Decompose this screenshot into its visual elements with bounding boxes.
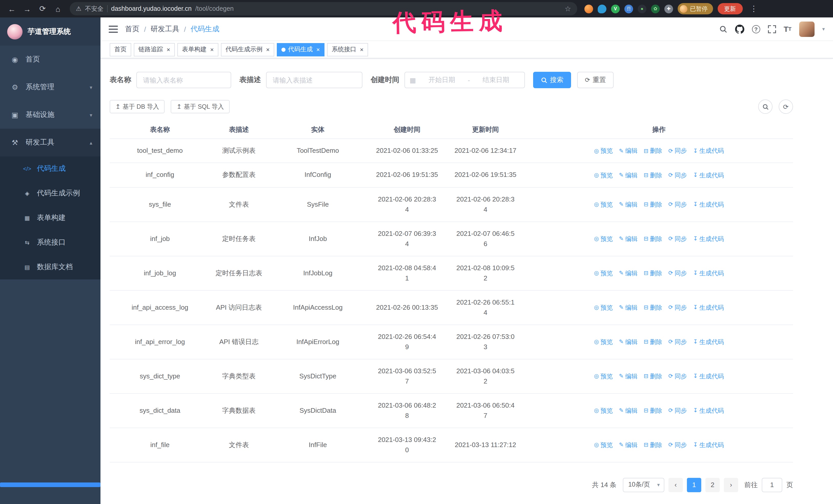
search-icon[interactable] bbox=[719, 25, 727, 33]
extension-dark-icon[interactable]: ● bbox=[638, 4, 646, 13]
sidebar-item-home[interactable]: ◉首页 bbox=[0, 46, 100, 73]
tab-tracer[interactable]: 链路追踪× bbox=[134, 43, 175, 56]
row-action-sync[interactable]: ⟳同步 bbox=[668, 170, 687, 180]
row-action-generate[interactable]: ↧生成代码 bbox=[693, 268, 724, 279]
row-action-delete[interactable]: ⊟删除 bbox=[644, 199, 662, 210]
row-action-edit[interactable]: ✎编辑 bbox=[619, 234, 638, 244]
row-action-sync[interactable]: ⟳同步 bbox=[668, 146, 687, 156]
page-button-1[interactable]: 1 bbox=[687, 478, 701, 492]
table-desc-input[interactable] bbox=[266, 72, 362, 88]
extension-fox-icon[interactable] bbox=[585, 4, 593, 13]
table-name-input[interactable] bbox=[136, 72, 231, 88]
close-icon[interactable]: × bbox=[360, 46, 363, 53]
sidebar-subitem-codegen-demo[interactable]: ◈代码生成示例 bbox=[0, 181, 100, 206]
extension-drop-icon[interactable] bbox=[598, 4, 606, 13]
row-action-preview[interactable]: ◎预览 bbox=[594, 234, 613, 244]
tab-api[interactable]: 系统接口× bbox=[327, 43, 368, 56]
row-action-sync[interactable]: ⟳同步 bbox=[668, 371, 687, 381]
row-action-generate[interactable]: ↧生成代码 bbox=[693, 170, 724, 180]
browser-refresh-icon[interactable]: ⟳ bbox=[36, 2, 49, 16]
user-avatar[interactable] bbox=[799, 21, 814, 37]
breadcrumb-item[interactable]: 首页 bbox=[125, 24, 139, 33]
sidebar-subitem-db-doc[interactable]: ▤数据库文档 bbox=[0, 255, 100, 280]
create-time-range-picker[interactable]: ▦ 开始日期 - 结束日期 bbox=[404, 72, 525, 88]
page-button-2[interactable]: 2 bbox=[705, 478, 720, 492]
row-action-delete[interactable]: ⊟删除 bbox=[644, 170, 662, 180]
extension-leaf-icon[interactable]: ✿ bbox=[651, 4, 660, 13]
avatar-caret-icon[interactable]: ▾ bbox=[822, 26, 825, 32]
row-action-preview[interactable]: ◎预览 bbox=[594, 170, 613, 180]
tab-codegen-demo[interactable]: 代码生成示例× bbox=[221, 43, 274, 56]
row-action-sync[interactable]: ⟳同步 bbox=[668, 268, 687, 279]
row-action-sync[interactable]: ⟳同步 bbox=[668, 303, 687, 313]
breadcrumb-item[interactable]: 研发工具 bbox=[151, 24, 180, 33]
reset-button[interactable]: ⟳ 重置 bbox=[577, 72, 614, 88]
row-action-generate[interactable]: ↧生成代码 bbox=[693, 303, 724, 313]
tab-codegen[interactable]: 代码生成× bbox=[277, 43, 325, 56]
row-action-generate[interactable]: ↧生成代码 bbox=[693, 406, 724, 416]
row-action-delete[interactable]: ⊟删除 bbox=[644, 337, 662, 347]
refresh-table-button[interactable]: ⟳ bbox=[779, 99, 793, 114]
page-size-select[interactable]: 10条/页 ▾ bbox=[623, 478, 664, 492]
row-action-edit[interactable]: ✎编辑 bbox=[619, 406, 638, 416]
sidebar-item-infrastructure[interactable]: ▣基础设施▾ bbox=[0, 101, 100, 129]
close-icon[interactable]: × bbox=[210, 46, 214, 53]
bookmark-star-icon[interactable]: ☆ bbox=[565, 5, 571, 13]
row-action-edit[interactable]: ✎编辑 bbox=[619, 146, 638, 156]
row-action-preview[interactable]: ◎预览 bbox=[594, 371, 613, 381]
row-action-delete[interactable]: ⊟删除 bbox=[644, 234, 662, 244]
import-db-button[interactable]: ↥ 基于 DB 导入 bbox=[110, 100, 165, 113]
row-action-generate[interactable]: ↧生成代码 bbox=[693, 371, 724, 381]
row-action-edit[interactable]: ✎编辑 bbox=[619, 440, 638, 450]
row-action-delete[interactable]: ⊟删除 bbox=[644, 406, 662, 416]
row-action-edit[interactable]: ✎编辑 bbox=[619, 337, 638, 347]
extension-users-icon[interactable]: ☶ bbox=[624, 4, 633, 13]
browser-update-button[interactable]: 更新 bbox=[717, 3, 742, 14]
profile-paused-badge[interactable]: 已暂停 bbox=[678, 3, 713, 14]
hamburger-icon[interactable] bbox=[109, 25, 118, 33]
row-action-generate[interactable]: ↧生成代码 bbox=[693, 440, 724, 450]
row-action-edit[interactable]: ✎编辑 bbox=[619, 199, 638, 210]
row-action-sync[interactable]: ⟳同步 bbox=[668, 406, 687, 416]
close-icon[interactable]: × bbox=[167, 46, 170, 53]
goto-page-input[interactable] bbox=[762, 478, 782, 492]
sidebar-item-system[interactable]: ⚙系统管理▾ bbox=[0, 73, 100, 101]
row-action-preview[interactable]: ◎预览 bbox=[594, 406, 613, 416]
tab-form-builder[interactable]: 表单构建× bbox=[177, 43, 218, 56]
row-action-generate[interactable]: ↧生成代码 bbox=[693, 199, 724, 210]
app-logo[interactable]: 芋道管理系统 bbox=[0, 18, 100, 46]
fullscreen-icon[interactable] bbox=[768, 25, 776, 33]
sidebar-subitem-codegen[interactable]: </>代码生成 bbox=[0, 157, 100, 181]
row-action-delete[interactable]: ⊟删除 bbox=[644, 303, 662, 313]
prev-page-button[interactable]: ‹ bbox=[668, 478, 683, 492]
extension-v-icon[interactable]: V bbox=[611, 4, 620, 13]
close-icon[interactable]: × bbox=[266, 46, 270, 53]
row-action-edit[interactable]: ✎编辑 bbox=[619, 268, 638, 279]
row-action-generate[interactable]: ↧生成代码 bbox=[693, 146, 724, 156]
sidebar-subitem-form-builder[interactable]: ▦表单构建 bbox=[0, 206, 100, 230]
toggle-search-button[interactable] bbox=[758, 99, 772, 114]
row-action-sync[interactable]: ⟳同步 bbox=[668, 337, 687, 347]
browser-menu-icon[interactable]: ⋮ bbox=[747, 2, 760, 16]
row-action-generate[interactable]: ↧生成代码 bbox=[693, 337, 724, 347]
close-icon[interactable]: × bbox=[316, 46, 320, 53]
extensions-puzzle-icon[interactable]: ✚ bbox=[664, 4, 673, 13]
tab-home[interactable]: 首页 bbox=[110, 43, 131, 56]
row-action-sync[interactable]: ⟳同步 bbox=[668, 199, 687, 210]
import-sql-button[interactable]: ↥ 基于 SQL 导入 bbox=[171, 100, 230, 113]
row-action-sync[interactable]: ⟳同步 bbox=[668, 440, 687, 450]
row-action-generate[interactable]: ↧生成代码 bbox=[693, 234, 724, 244]
row-action-delete[interactable]: ⊟删除 bbox=[644, 371, 662, 381]
row-action-edit[interactable]: ✎编辑 bbox=[619, 303, 638, 313]
row-action-preview[interactable]: ◎预览 bbox=[594, 146, 613, 156]
row-action-edit[interactable]: ✎编辑 bbox=[619, 170, 638, 180]
github-icon[interactable] bbox=[735, 24, 744, 33]
browser-back-icon[interactable]: ← bbox=[5, 2, 19, 16]
row-action-preview[interactable]: ◎预览 bbox=[594, 303, 613, 313]
sidebar-subitem-api[interactable]: ⇆系统接口 bbox=[0, 230, 100, 255]
row-action-preview[interactable]: ◎预览 bbox=[594, 440, 613, 450]
row-action-delete[interactable]: ⊟删除 bbox=[644, 268, 662, 279]
row-action-edit[interactable]: ✎编辑 bbox=[619, 371, 638, 381]
browser-home-icon[interactable]: ⌂ bbox=[51, 2, 65, 16]
row-action-delete[interactable]: ⊟删除 bbox=[644, 440, 662, 450]
